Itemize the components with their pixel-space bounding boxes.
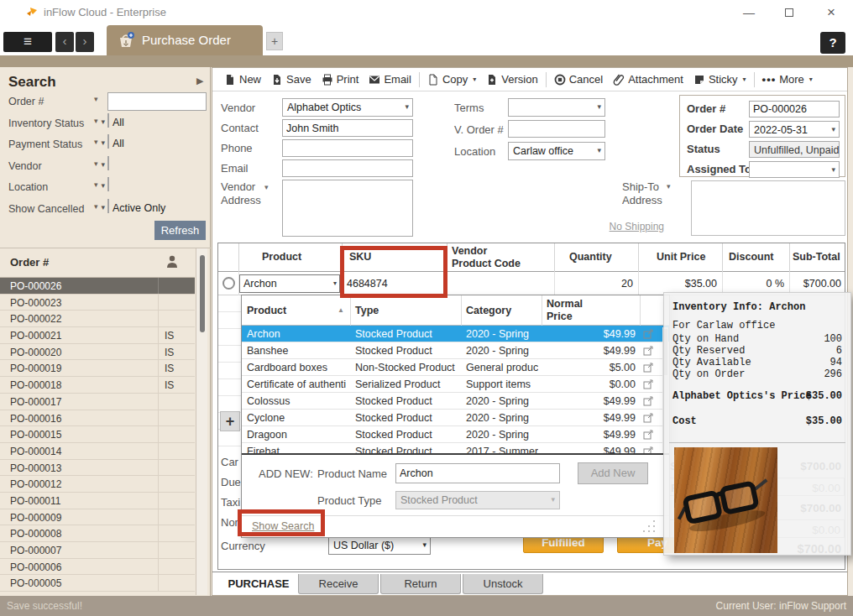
location-select[interactable]: ▾ bbox=[107, 177, 109, 191]
collapse-panel-icon[interactable]: ▶ bbox=[196, 76, 203, 86]
forward-button[interactable]: › bbox=[76, 32, 94, 52]
external-link-icon[interactable] bbox=[643, 329, 653, 339]
refresh-button[interactable]: Refresh bbox=[154, 221, 206, 240]
tab-purchase[interactable]: PURCHASE bbox=[221, 574, 296, 594]
unit-price-cell[interactable]: $35.00 bbox=[638, 278, 717, 290]
external-link-icon[interactable] bbox=[643, 446, 653, 455]
add-line-button[interactable]: + bbox=[220, 411, 240, 431]
payment-status-select[interactable]: All▾ bbox=[107, 134, 109, 149]
order-list-row[interactable]: PO-000009 bbox=[0, 509, 195, 526]
inventory-status-select[interactable]: All▾ bbox=[107, 113, 109, 128]
chevron-down-icon[interactable]: ▾ bbox=[94, 95, 98, 103]
sticky-button[interactable]: Sticky ▾ bbox=[688, 70, 751, 90]
print-button[interactable]: Print bbox=[317, 70, 364, 90]
close-button[interactable]: × bbox=[809, 0, 853, 25]
tab-purchase-order[interactable]: Purchase Order bbox=[107, 25, 263, 55]
menu-button[interactable]: ≡ bbox=[3, 32, 52, 52]
product-picker-row[interactable]: Certificate of authenticitySerialized Pr… bbox=[242, 376, 669, 393]
order-list-row[interactable]: PO-000011 bbox=[0, 493, 195, 509]
currency-combobox[interactable]: US Dollar ($)▾ bbox=[328, 536, 431, 555]
more-button[interactable]: ••• More ▾ bbox=[757, 70, 818, 90]
picker-col-type[interactable]: Type bbox=[355, 305, 379, 316]
product-picker-row[interactable]: Cardboard boxesNon-Stocked ProductGenera… bbox=[242, 359, 669, 376]
scrollbar-thumb[interactable] bbox=[200, 255, 205, 332]
order-list-row[interactable]: PO-000021IS bbox=[0, 327, 195, 344]
phone-input[interactable] bbox=[282, 139, 413, 157]
save-button[interactable]: Save bbox=[266, 70, 317, 90]
tab-unstock[interactable]: Unstock bbox=[463, 574, 543, 594]
chevron-down-icon[interactable]: ▾ bbox=[809, 76, 813, 83]
picker-col-product[interactable]: Product bbox=[247, 305, 286, 316]
product-picker-row[interactable]: CycloneStocked Product2020 - Spring$49.9… bbox=[242, 410, 669, 426]
help-button[interactable]: ? bbox=[820, 32, 845, 54]
order-list-row[interactable]: PO-000008 bbox=[0, 525, 195, 542]
product-picker-row[interactable]: BansheeStocked Product2020 - Spring$49.9… bbox=[242, 342, 669, 359]
subtotal-cell[interactable]: $700.00 bbox=[782, 278, 841, 290]
product-type-combobox[interactable]: Stocked Product▾ bbox=[395, 491, 560, 509]
order-list-row[interactable]: PO-000022 bbox=[0, 311, 195, 327]
location-combobox[interactable]: Carlaw office▾ bbox=[508, 142, 605, 160]
maximize-button[interactable] bbox=[769, 0, 809, 25]
external-link-icon[interactable] bbox=[643, 413, 653, 423]
order-list-row[interactable]: PO-000013 bbox=[0, 460, 195, 477]
order-list-header[interactable]: Order # bbox=[0, 248, 195, 278]
vendor-address-textarea[interactable] bbox=[282, 180, 413, 237]
order-list-row[interactable]: PO-000023 bbox=[0, 295, 195, 311]
row-radio[interactable] bbox=[222, 277, 235, 290]
order-list-scrollbar[interactable] bbox=[196, 248, 207, 595]
product-picker-row[interactable]: ColossusStocked Product2020 - Spring$49.… bbox=[242, 393, 669, 410]
version-button[interactable]: Version bbox=[481, 70, 542, 90]
external-link-icon[interactable] bbox=[643, 363, 653, 373]
add-new-button[interactable]: Add New bbox=[578, 462, 648, 484]
vendor-order-input[interactable] bbox=[508, 120, 605, 138]
order-list-row[interactable]: PO-000014 bbox=[0, 443, 195, 460]
picker-col-price[interactable]: Normal Price bbox=[547, 298, 590, 323]
picker-col-category[interactable]: Category bbox=[466, 305, 511, 316]
cancel-button[interactable]: Cancel bbox=[549, 70, 608, 90]
discount-cell[interactable]: 0 % bbox=[722, 278, 784, 290]
product-combobox[interactable]: Archon▾ bbox=[239, 274, 340, 293]
external-link-icon[interactable] bbox=[643, 346, 653, 356]
new-tab-button[interactable]: + bbox=[266, 32, 283, 50]
order-list-row[interactable]: PO-000016 bbox=[0, 410, 195, 427]
chevron-down-icon[interactable]: ▾ bbox=[94, 202, 98, 211]
product-picker-row[interactable]: FirebatStocked Product2017 - Summer$49.9… bbox=[242, 443, 669, 455]
resize-grip[interactable] bbox=[641, 519, 658, 535]
product-picker-row[interactable]: ArchonStocked Product2020 - Spring$49.99 bbox=[242, 326, 669, 342]
ship-to-address-textarea[interactable] bbox=[691, 180, 845, 236]
vendor-select[interactable]: ▾ bbox=[107, 156, 109, 170]
email-input[interactable] bbox=[282, 159, 413, 177]
order-list-row[interactable]: PO-000020IS bbox=[0, 344, 195, 361]
product-picker-row[interactable]: DragoonStocked Product2020 - Spring$49.9… bbox=[242, 426, 669, 443]
order-date-picker[interactable]: 2022-05-31▾ bbox=[749, 121, 840, 138]
order-number-input[interactable] bbox=[749, 101, 840, 117]
attachment-button[interactable]: Attachment bbox=[608, 70, 688, 90]
back-button[interactable]: ‹ bbox=[55, 32, 74, 52]
chevron-down-icon[interactable]: ▾ bbox=[473, 76, 476, 83]
chevron-down-icon[interactable]: ▾ bbox=[743, 76, 746, 83]
chevron-down-icon[interactable]: ▾ bbox=[94, 159, 98, 168]
order-list-row[interactable]: PO-000007 bbox=[0, 542, 195, 559]
quantity-cell[interactable]: 20 bbox=[554, 278, 633, 290]
order-list-row[interactable]: PO-000015 bbox=[0, 426, 195, 443]
vendor-combobox[interactable]: Alphabet Optics▾ bbox=[282, 98, 413, 117]
chevron-down-icon[interactable]: ▾ bbox=[94, 180, 98, 189]
assigned-to-combobox[interactable]: ▾ bbox=[749, 161, 840, 178]
chevron-down-icon[interactable]: ▾ bbox=[94, 138, 98, 146]
order-list-row[interactable]: PO-000018IS bbox=[0, 377, 195, 394]
copy-button[interactable]: Copy ▾ bbox=[422, 70, 481, 90]
order-list-row[interactable]: PO-000005 bbox=[0, 575, 195, 592]
external-link-icon[interactable] bbox=[643, 430, 653, 440]
no-shipping-link[interactable]: No Shipping bbox=[607, 221, 664, 232]
new-button[interactable]: New bbox=[219, 70, 266, 90]
order-list-row[interactable]: PO-000019IS bbox=[0, 360, 195, 377]
product-name-input[interactable] bbox=[395, 463, 560, 483]
chevron-down-icon[interactable]: ▾ bbox=[667, 182, 671, 191]
tab-receive[interactable]: Receive bbox=[298, 574, 379, 594]
show-cancelled-select[interactable]: Active Only▾ bbox=[107, 199, 109, 213]
minimize-button[interactable]: — bbox=[729, 0, 769, 25]
tab-return[interactable]: Return bbox=[380, 574, 461, 594]
terms-combobox[interactable]: ▾ bbox=[508, 98, 605, 117]
contact-input[interactable] bbox=[282, 119, 413, 137]
external-link-icon[interactable] bbox=[643, 379, 653, 389]
